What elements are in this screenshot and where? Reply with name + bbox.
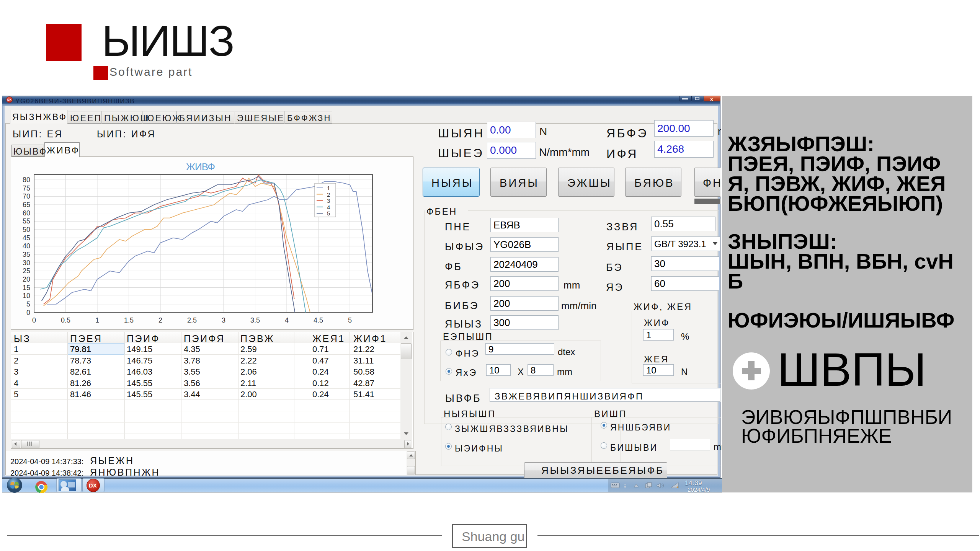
svg-text:80: 80 bbox=[23, 176, 30, 184]
svg-text:15: 15 bbox=[23, 284, 30, 292]
svg-text:0: 0 bbox=[32, 316, 36, 324]
svg-text:20: 20 bbox=[23, 276, 30, 283]
svg-text:4: 4 bbox=[327, 204, 330, 210]
svg-text:40: 40 bbox=[23, 242, 30, 250]
svg-text:4: 4 bbox=[285, 316, 289, 324]
svg-text:3: 3 bbox=[222, 316, 225, 324]
svg-text:75: 75 bbox=[23, 184, 30, 192]
svg-text:1: 1 bbox=[95, 316, 99, 324]
svg-text:25: 25 bbox=[23, 267, 30, 275]
svg-text:30: 30 bbox=[23, 259, 30, 267]
svg-text:55: 55 bbox=[23, 217, 30, 225]
svg-text:ЖИВФ: ЖИВФ bbox=[186, 161, 215, 173]
svg-text:60: 60 bbox=[23, 209, 30, 217]
svg-text:70: 70 bbox=[23, 192, 30, 200]
svg-text:3.5: 3.5 bbox=[250, 316, 260, 324]
svg-text:2: 2 bbox=[158, 316, 162, 324]
svg-text:3: 3 bbox=[327, 197, 330, 204]
svg-text:2: 2 bbox=[327, 191, 330, 198]
svg-text:50: 50 bbox=[23, 226, 30, 233]
svg-text:35: 35 bbox=[23, 251, 30, 258]
svg-text:1.5: 1.5 bbox=[124, 316, 134, 324]
svg-text:45: 45 bbox=[23, 234, 30, 242]
svg-text:5: 5 bbox=[327, 210, 330, 217]
svg-text:4.5: 4.5 bbox=[314, 316, 323, 324]
svg-text:65: 65 bbox=[23, 201, 30, 209]
svg-text:10: 10 bbox=[23, 292, 30, 300]
svg-text:2.5: 2.5 bbox=[187, 316, 197, 324]
svg-text:1: 1 bbox=[327, 185, 330, 191]
svg-text:0.5: 0.5 bbox=[61, 316, 70, 324]
svg-text:0: 0 bbox=[26, 309, 30, 316]
svg-text:5: 5 bbox=[26, 300, 30, 308]
svg-text:5: 5 bbox=[348, 316, 352, 324]
